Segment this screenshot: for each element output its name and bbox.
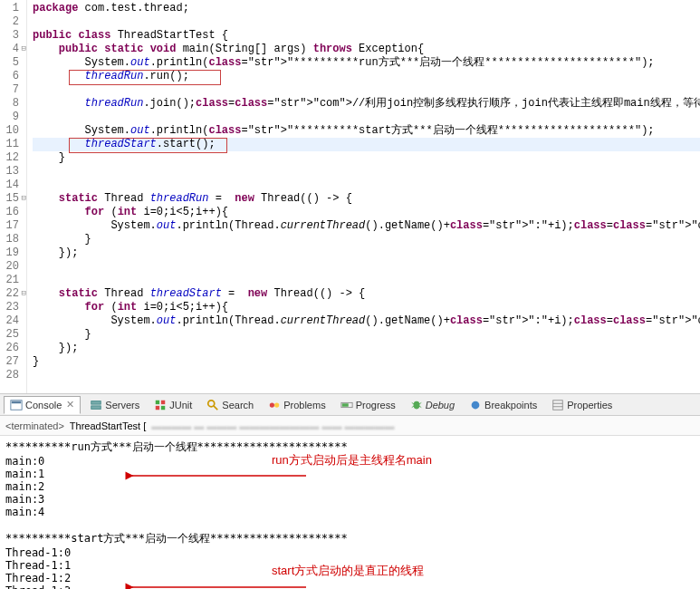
tab-label: Progress — [356, 400, 396, 410]
svg-rect-6 — [156, 405, 159, 409]
svg-point-14 — [413, 401, 419, 409]
code-line[interactable]: System.out.println(Thread.currentThread(… — [33, 219, 700, 233]
code-line[interactable]: for (int i=0;i<5;i++){ — [33, 206, 700, 219]
tab-junit[interactable]: JUnit — [149, 397, 197, 413]
code-line[interactable] — [33, 260, 700, 274]
tab-properties[interactable]: Properties — [546, 397, 618, 413]
terminated-label: <terminated> — [5, 420, 64, 431]
code-line[interactable] — [33, 83, 700, 97]
code-line[interactable]: }); — [33, 246, 700, 260]
tab-problems[interactable]: Problems — [263, 397, 331, 413]
close-icon[interactable]: ✕ — [66, 399, 74, 410]
code-line[interactable] — [33, 369, 700, 382]
code-line[interactable]: } — [33, 233, 700, 246]
code-line[interactable]: threadRun.run(); — [33, 70, 700, 83]
svg-point-8 — [208, 400, 215, 406]
blurred-path: ▬▬▬▬ ▬ ▬▬▬ ▬▬▬▬▬▬▬▬ ▬▬ ▬▬▬▬▬ — [151, 420, 394, 431]
code-line[interactable] — [33, 274, 700, 287]
annotation-start: start方式启动的是直正的线程 — [272, 563, 424, 579]
tab-label: Servers — [105, 400, 139, 410]
tab-console[interactable]: Console ✕ — [4, 396, 81, 414]
servers-icon — [90, 399, 102, 411]
code-line[interactable]: static Thread threadRun = new Thread(() … — [33, 192, 700, 206]
tab-label: Debug — [426, 400, 455, 410]
annotation-run: run方式启动后是主线程名main — [272, 452, 432, 468]
process-name: ThreadStartTest [ — [70, 420, 146, 431]
svg-rect-20 — [553, 400, 563, 410]
svg-rect-13 — [341, 403, 348, 407]
code-line[interactable]: System.out.println(Thread.currentThread(… — [33, 314, 700, 328]
debug-icon — [410, 399, 423, 411]
code-line[interactable] — [33, 179, 700, 192]
progress-icon — [340, 399, 353, 411]
code-line[interactable] — [33, 15, 700, 29]
code-line[interactable]: static Thread threadStart = new Thread((… — [33, 287, 700, 301]
line-gutter: 1234567891011121314151617181920212223242… — [0, 0, 27, 393]
search-icon — [206, 399, 219, 411]
code-line[interactable]: }); — [33, 342, 700, 355]
code-line[interactable]: package com.test.thread; — [33, 2, 700, 15]
svg-point-19 — [472, 401, 480, 409]
bottom-panel: Console ✕ Servers JUnit Search Problem — [0, 394, 700, 589]
problems-icon — [268, 399, 281, 411]
svg-rect-1 — [12, 401, 22, 403]
console-icon — [10, 399, 23, 411]
code-line[interactable]: public static void main(String[] args) t… — [33, 43, 700, 56]
tab-label: Breakpoints — [484, 400, 537, 410]
tab-label: Console — [25, 400, 62, 410]
tab-search[interactable]: Search — [201, 397, 259, 413]
code-line[interactable] — [33, 111, 700, 124]
tab-label: JUnit — [169, 400, 192, 410]
tab-label: Problems — [283, 400, 325, 410]
svg-rect-2 — [91, 401, 101, 404]
tab-label: Search — [222, 400, 254, 410]
code-line[interactable]: System.out.println(class="str">"********… — [33, 124, 700, 138]
code-editor[interactable]: 1234567891011121314151617181920212223242… — [0, 0, 700, 394]
code-line[interactable]: } — [33, 328, 700, 342]
tab-debug[interactable]: Debug — [405, 397, 460, 413]
breakpoints-icon — [469, 399, 482, 411]
svg-rect-3 — [91, 405, 101, 409]
tab-progress[interactable]: Progress — [335, 397, 401, 413]
properties-icon — [551, 399, 564, 411]
code-line[interactable]: } — [33, 151, 700, 165]
code-area[interactable]: package com.test.thread;public class Thr… — [27, 0, 700, 393]
svg-rect-4 — [156, 400, 159, 403]
svg-point-11 — [274, 402, 279, 407]
tab-breakpoints[interactable]: Breakpoints — [464, 397, 542, 413]
console-toolbar: <terminated> ThreadStartTest [ ▬▬▬▬ ▬ ▬▬… — [0, 416, 700, 436]
code-line[interactable]: public class ThreadStartTest { — [33, 29, 700, 43]
code-line[interactable] — [33, 165, 700, 179]
tab-label: Properties — [567, 400, 612, 410]
junit-icon — [154, 399, 167, 411]
svg-rect-7 — [161, 405, 165, 409]
view-tabs: Console ✕ Servers JUnit Search Problem — [0, 394, 700, 416]
code-line[interactable]: threadRun.join();class=class="str">"com"… — [33, 97, 700, 111]
console-output[interactable]: **********run方式***启动一个线程****************… — [0, 436, 700, 589]
svg-point-10 — [270, 402, 274, 407]
svg-rect-5 — [161, 400, 165, 403]
svg-line-9 — [214, 405, 217, 409]
tab-servers[interactable]: Servers — [84, 397, 145, 413]
code-line[interactable]: for (int i=0;i<5;i++){ — [33, 301, 700, 314]
code-line[interactable]: } — [33, 355, 700, 369]
code-line[interactable]: System.out.println(class="str">"********… — [33, 56, 700, 70]
code-line[interactable]: threadStart.start(); — [33, 138, 700, 151]
